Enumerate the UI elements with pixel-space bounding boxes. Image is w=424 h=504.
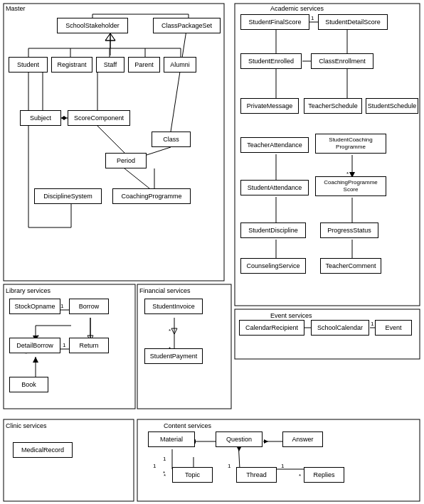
- box-CoachingProgramme: CoachingProgramme: [112, 188, 191, 204]
- svg-text:Content services: Content services: [164, 422, 212, 429]
- svg-marker-28: [61, 116, 67, 120]
- svg-text:Financial services: Financial services: [139, 287, 191, 294]
- box-Question: Question: [216, 431, 263, 447]
- box-Class: Class: [152, 132, 191, 147]
- box-StudentEnrolled: StudentEnrolled: [240, 53, 302, 69]
- svg-text:*: *: [299, 473, 301, 479]
- box-StudentAttendance: StudentAttendance: [240, 180, 309, 195]
- box-Book: Book: [9, 377, 48, 392]
- box-Answer: Answer: [282, 431, 323, 447]
- svg-line-30: [142, 147, 171, 156]
- box-TeacherComment: TeacherComment: [320, 258, 381, 274]
- box-CounselingService: CounselingService: [240, 258, 306, 274]
- box-CalendarRecipient: CalendarRecipient: [239, 320, 304, 336]
- box-Registrant: Registrant: [51, 57, 92, 73]
- box-SchoolCalendar: SchoolCalendar: [311, 320, 369, 336]
- box-ClassEnrollment: ClassEnrollment: [311, 53, 373, 69]
- svg-text:*: *: [163, 470, 165, 476]
- box-TeacherSchedule: TeacherSchedule: [304, 98, 362, 114]
- svg-marker-58: [33, 357, 38, 363]
- box-Replies: Replies: [304, 467, 344, 483]
- svg-text:Academic services: Academic services: [270, 5, 324, 12]
- svg-line-31: [124, 168, 149, 188]
- svg-text:1: 1: [281, 463, 285, 469]
- box-Student: Student: [9, 57, 48, 73]
- box-StudentPayment: StudentPayment: [144, 348, 203, 364]
- box-SchoolStakeholder: SchoolStakeholder: [57, 18, 128, 33]
- box-Alumni: Alumni: [164, 57, 196, 73]
- svg-line-37: [171, 26, 187, 132]
- box-StudentInvoice: StudentInvoice: [144, 299, 203, 314]
- box-StockOpname: StockOpname: [9, 299, 60, 314]
- box-DetailBorrow: DetailBorrow: [9, 338, 60, 353]
- svg-text:Library services: Library services: [6, 287, 51, 294]
- svg-text:1: 1: [228, 463, 231, 469]
- box-Material: Material: [148, 431, 195, 447]
- svg-text:Clinic services: Clinic services: [6, 422, 47, 429]
- svg-text:1: 1: [163, 456, 166, 462]
- svg-text:1: 1: [311, 15, 314, 21]
- svg-text:1: 1: [63, 342, 66, 348]
- svg-rect-12: [4, 419, 134, 501]
- box-Staff: Staff: [96, 57, 124, 73]
- box-Event: Event: [375, 320, 412, 336]
- box-ClassPackageSet: ClassPackageSet: [153, 18, 221, 33]
- svg-text:1: 1: [60, 303, 64, 309]
- svg-line-29: [97, 126, 124, 153]
- box-Return: Return: [69, 338, 109, 353]
- diagram-container: Master Academic services Library service…: [0, 0, 424, 504]
- box-CoachingProgrammeScore: CoachingProgrammeScore: [315, 176, 386, 196]
- box-PrivateMessage: PrivateMessage: [240, 98, 299, 114]
- box-Subject: Subject: [20, 110, 61, 126]
- box-Topic: Topic: [172, 467, 213, 483]
- box-DisciplineSystem: DisciplineSystem: [34, 188, 102, 204]
- svg-marker-82: [264, 439, 268, 444]
- box-ScoreComponent: ScoreComponent: [68, 110, 130, 126]
- box-StudentSchedule: StudentSchedule: [366, 98, 418, 114]
- box-Period: Period: [105, 153, 147, 168]
- box-Parent: Parent: [128, 57, 160, 73]
- svg-text:Event services: Event services: [270, 312, 312, 319]
- svg-text:1: 1: [153, 463, 157, 469]
- box-StudentCoachingProgramme: StudentCoachingProgramme: [315, 134, 386, 154]
- box-MedicalRecord: MedicalRecord: [13, 442, 73, 458]
- box-StudentDetailScore: StudentDetailScore: [318, 14, 388, 30]
- box-Borrow: Borrow: [69, 299, 109, 314]
- svg-text:1: 1: [371, 321, 374, 327]
- svg-text:Master: Master: [6, 5, 26, 12]
- connections-svg: Master Academic services Library service…: [0, 0, 424, 504]
- box-ProgressStatus: ProgressStatus: [320, 222, 378, 238]
- box-StudentDiscipline: StudentDiscipline: [240, 222, 306, 238]
- box-StudentFinalScore: StudentFinalScore: [240, 14, 309, 30]
- box-TeacherAttendance: TeacherAttendance: [240, 137, 309, 153]
- svg-text:*: *: [169, 328, 171, 334]
- box-Thread: Thread: [236, 467, 277, 483]
